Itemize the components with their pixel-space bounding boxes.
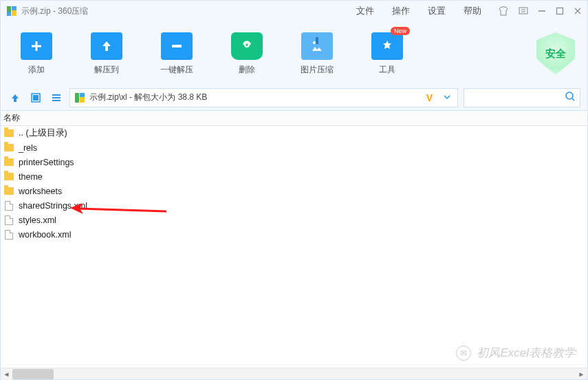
delete-label: 删除 xyxy=(239,64,255,76)
file-row-rels[interactable]: _rels xyxy=(1,140,587,155)
one-click-extract-button[interactable]: 一键解压 xyxy=(153,32,200,76)
file-row-worksheets[interactable]: worksheets xyxy=(1,184,587,198)
file-row-styles[interactable]: styles.xml xyxy=(1,213,587,227)
path-text: 示例.zip\xl - 解包大小为 38.8 KB xyxy=(89,92,418,103)
file-name: .. (上级目录) xyxy=(19,127,67,139)
file-icon xyxy=(3,201,14,211)
svg-rect-8 xyxy=(557,8,563,14)
trash-icon xyxy=(231,32,263,60)
menu-file[interactable]: 文件 xyxy=(356,5,374,17)
file-row-workbook[interactable]: workbook.xml xyxy=(1,227,587,242)
delete-button[interactable]: 删除 xyxy=(224,32,270,76)
extract-to-button[interactable]: 解压到 xyxy=(83,32,130,76)
column-name: 名称 xyxy=(3,112,20,124)
path-input[interactable]: 示例.zip\xl - 解包大小为 38.8 KB V xyxy=(69,88,458,107)
safe-badge: 安全 xyxy=(536,32,575,75)
file-name: workbook.xml xyxy=(19,230,71,240)
scroll-thumb[interactable] xyxy=(12,369,54,379)
svg-rect-19 xyxy=(33,95,39,101)
tools-button[interactable]: New 工具 xyxy=(364,32,411,76)
extract-to-label: 解压到 xyxy=(94,64,119,76)
file-icon xyxy=(3,230,14,240)
app-icon xyxy=(6,6,17,17)
svg-rect-4 xyxy=(519,8,527,14)
arrow-up-icon xyxy=(91,32,122,60)
add-button[interactable]: 添加 xyxy=(13,32,60,76)
title-bar: 示例.zip - 360压缩 文件 操作 设置 帮助 xyxy=(1,1,587,21)
column-header[interactable]: 名称 xyxy=(1,111,587,126)
tools-label: 工具 xyxy=(379,64,395,76)
vip-icon[interactable]: V xyxy=(422,92,437,103)
menu-help[interactable]: 帮助 xyxy=(464,5,481,17)
nav-up-icon[interactable] xyxy=(8,90,23,105)
file-row-printersettings[interactable]: printerSettings xyxy=(1,155,587,169)
image-icon xyxy=(301,32,333,60)
file-name: printerSettings xyxy=(19,158,74,167)
image-compress-label: 图片压缩 xyxy=(301,64,334,76)
dropdown-icon[interactable] xyxy=(441,93,453,103)
feedback-icon[interactable] xyxy=(519,6,528,16)
tool-icon: New xyxy=(371,32,403,60)
zip-file-icon xyxy=(74,92,85,103)
folder-icon xyxy=(3,172,14,182)
svg-rect-3 xyxy=(7,12,11,16)
svg-rect-17 xyxy=(316,37,318,44)
svg-point-26 xyxy=(566,92,573,99)
path-bar: 示例.zip\xl - 解包大小为 38.8 KB V xyxy=(1,85,587,111)
file-name: styles.xml xyxy=(19,215,56,225)
scroll-left-icon[interactable]: ◄ xyxy=(1,368,12,380)
add-label: 添加 xyxy=(28,64,45,76)
minimize-icon[interactable] xyxy=(538,7,546,15)
skin-icon[interactable] xyxy=(498,6,509,17)
dash-icon xyxy=(161,32,193,60)
svg-point-16 xyxy=(313,41,316,44)
folder-icon xyxy=(3,143,14,153)
menu-bar: 文件 操作 设置 帮助 xyxy=(356,5,481,17)
file-name: _rels xyxy=(19,143,37,153)
svg-rect-25 xyxy=(80,93,85,97)
folder-icon xyxy=(3,187,14,196)
menu-operation[interactable]: 操作 xyxy=(392,5,410,17)
image-compress-button[interactable]: 图片压缩 xyxy=(294,32,340,76)
folder-icon xyxy=(3,129,14,138)
search-input[interactable] xyxy=(464,88,580,107)
file-list: .. (上级目录) _rels printerSettings theme wo… xyxy=(1,126,587,368)
file-icon xyxy=(3,215,14,225)
svg-rect-23 xyxy=(75,93,79,103)
file-name: worksheets xyxy=(19,187,62,196)
maximize-icon[interactable] xyxy=(556,7,564,15)
file-row-theme[interactable]: theme xyxy=(1,169,587,184)
file-name: theme xyxy=(19,172,43,182)
one-click-label: 一键解压 xyxy=(160,64,193,76)
close-icon[interactable] xyxy=(574,7,582,15)
window-title: 示例.zip - 360压缩 xyxy=(21,6,88,17)
file-row-sharedstrings[interactable]: sharedStrings.xml xyxy=(1,198,587,213)
new-badge: New xyxy=(391,27,410,35)
view-list-icon[interactable] xyxy=(49,90,64,105)
folder-icon xyxy=(3,158,14,167)
horizontal-scrollbar[interactable]: ◄ ► xyxy=(1,368,587,379)
window-controls xyxy=(498,6,582,17)
file-name: sharedStrings.xml xyxy=(19,201,87,211)
file-row-parent[interactable]: .. (上级目录) xyxy=(1,126,587,140)
search-icon[interactable] xyxy=(565,91,576,105)
svg-line-27 xyxy=(572,98,574,101)
scroll-right-icon[interactable]: ► xyxy=(576,368,587,380)
svg-rect-13 xyxy=(172,45,182,48)
toolbar: 添加 解压到 一键解压 删除 图片压缩 New 工具 安全 xyxy=(1,21,587,85)
view-details-icon[interactable] xyxy=(28,90,43,105)
menu-settings[interactable]: 设置 xyxy=(428,5,446,17)
plus-icon xyxy=(21,32,52,60)
svg-rect-2 xyxy=(12,6,17,10)
